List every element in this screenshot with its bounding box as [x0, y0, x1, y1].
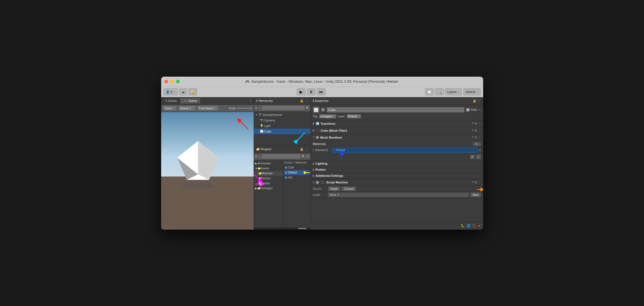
graph-button[interactable]: Graph — [328, 186, 341, 191]
object-active-checkbox[interactable]: ✓ — [321, 108, 325, 111]
tree-item-scripts[interactable]: 📄 Scripts — [254, 181, 283, 186]
meshrenderer-arrow-icon: ▼ — [313, 136, 315, 139]
hierarchy-search-input[interactable] — [262, 105, 305, 110]
tab-game[interactable]: 🎮 Game — [180, 98, 200, 103]
hierarchy-lock-icon[interactable]: 🔒 — [300, 99, 304, 103]
maximize-button[interactable] — [176, 80, 180, 83]
network-icon[interactable]: 🌐 — [467, 224, 471, 228]
transform-settings-icon[interactable]: ⚙ — [475, 122, 477, 125]
meshfilter-settings-icon[interactable]: ⚙ — [475, 129, 477, 132]
project-scrollbar[interactable] — [254, 227, 310, 230]
sm-more-icon[interactable]: ⋮ — [478, 181, 481, 184]
step-button[interactable]: ⏭ — [317, 88, 326, 95]
tree-item-assets[interactable]: ▼ 📁 Assets — [254, 166, 283, 171]
layers-dropdown[interactable]: Layers ▼ — [445, 88, 462, 95]
meshfilter-help-icon[interactable]: ? — [472, 129, 473, 132]
project-tag-icon[interactable]: 🏷 — [310, 155, 310, 158]
inspector-lock-icon[interactable]: 🔒 — [473, 99, 476, 103]
hierarchy-scene-root[interactable]: ▼ 🎬 SampleScene* ⋮ — [254, 112, 310, 118]
graph-none-value[interactable]: None ⊙ — [328, 192, 469, 197]
project-add-icon[interactable]: + — [255, 154, 257, 159]
project-eye-icon[interactable]: 👁 — [306, 155, 309, 158]
default-dropdown[interactable]: Default ▼ — [463, 88, 481, 95]
display-dropdown[interactable]: Display 1 ▼ — [178, 105, 196, 111]
scene-more-icon[interactable]: ⋮ — [306, 113, 309, 116]
project-lock-icon[interactable]: 🔒 — [300, 147, 304, 151]
meshrenderer-header[interactable]: ▼ ✓ Mesh Renderer ? ⚙ ⋮ — [311, 134, 483, 141]
pause-button[interactable]: ⏸ — [307, 88, 316, 95]
sm-name: Script Machine — [326, 181, 471, 184]
close-button[interactable] — [164, 80, 168, 83]
materials-section-label: Materials — [313, 142, 473, 146]
mat-target-icon[interactable]: ⊙ — [479, 149, 481, 152]
check-circle-icon[interactable]: ✔ — [478, 224, 481, 228]
meshrenderer-settings-icon[interactable]: ⚙ — [475, 136, 477, 139]
project-search-input[interactable] — [262, 154, 301, 159]
transform-header[interactable]: ▶ 🔄 Transform ? ⚙ ⋮ — [311, 120, 483, 127]
probes-row[interactable]: ▶ Probes — [311, 167, 483, 173]
transform-more-icon[interactable]: ⋮ — [478, 122, 481, 125]
materials-count-input[interactable] — [473, 142, 481, 146]
panel-more-icon[interactable]: ⋮ — [249, 98, 253, 103]
inspector-more-icon[interactable]: ⋮ — [478, 99, 481, 103]
static-checkbox[interactable] — [466, 108, 470, 111]
history-button[interactable]: 🕐 — [425, 88, 434, 95]
scene-icon: 🎬 — [258, 113, 262, 116]
hierarchy-content: ▼ 🎬 SampleScene* ⋮ 📷 Camera 💡 — [254, 111, 310, 145]
asset-item-cold[interactable]: Cold — [284, 165, 309, 170]
sm-help-icon[interactable]: ? — [472, 181, 473, 184]
hierarchy-item-camera[interactable]: 📷 Camera — [254, 118, 310, 123]
tree-item-packages[interactable]: ▶ 📁 Packages — [254, 186, 283, 191]
hierarchy-search-icon[interactable]: 🔍 — [306, 107, 309, 110]
bug-icon[interactable]: 🐛 — [461, 224, 465, 228]
project-more-icon[interactable]: ⋮ — [305, 147, 308, 151]
title-text: 🎮 SampleScene - Gaze - Windows, Mac, Lin… — [245, 79, 399, 84]
hierarchy-panel: # Hierarchy 🔒 ⋮ + ▼ 🔍 ▼ 🎬 — [254, 97, 310, 146]
project-search-icon[interactable]: 🔍 — [302, 155, 305, 158]
project-add-chevron-icon: ▼ — [258, 155, 261, 158]
eye-off-icon[interactable]: 🚫 — [472, 224, 476, 228]
lighting-row[interactable]: ▶ Lighting — [311, 161, 483, 167]
scrollbar-thumb[interactable] — [298, 228, 306, 229]
layer-dropdown[interactable]: Default ▼ — [347, 114, 361, 118]
tree-item-scenes[interactable]: 📁 Scenes — [254, 176, 283, 181]
additional-settings-row[interactable]: ▶ Additional Settings — [311, 173, 483, 179]
mat-add-button[interactable]: + — [470, 154, 475, 159]
mat-remove-button[interactable]: − — [476, 154, 481, 159]
hierarchy-add-icon[interactable]: + — [255, 106, 257, 110]
asset-item-hot[interactable]: Hot — [284, 175, 309, 180]
minimize-button[interactable] — [170, 80, 174, 83]
object-name-input[interactable] — [326, 107, 465, 113]
cloud-button[interactable]: ☁ — [179, 88, 187, 95]
play-button[interactable]: ▶ — [297, 88, 306, 95]
collab-button[interactable]: 🔔 — [188, 88, 197, 95]
meshfilter-header[interactable]: ▶ ⬛ Cube (Mesh Filter) ? ⚙ ⋮ — [311, 127, 483, 134]
meshfilter-more-icon[interactable]: ⋮ — [478, 129, 481, 132]
sm-checkbox[interactable]: ✓ — [316, 181, 319, 184]
convert-button[interactable]: Convert — [341, 186, 356, 191]
aspect-dropdown[interactable]: Free Aspect ▼ — [197, 105, 218, 111]
scale-slider[interactable] — [237, 108, 248, 109]
tab-scene[interactable]: # Scene — [162, 98, 180, 103]
element0-material-label: Default — [336, 149, 345, 152]
script-machine-header[interactable]: ▼ ✓ ⬡ Script Machine ? ⚙ ⋮ — [311, 179, 483, 186]
search-button[interactable]: 🔍 — [435, 88, 444, 95]
meshrenderer-help-icon[interactable]: ? — [472, 136, 473, 139]
game-mode-dropdown[interactable]: Game ▼ — [163, 105, 177, 111]
asset-item-default[interactable]: Default — [284, 170, 309, 175]
tree-item-favorites[interactable]: ▶ ★ Favorites — [254, 161, 283, 166]
graph-target-icon[interactable]: ⊙ — [337, 193, 339, 196]
sm-settings-icon[interactable]: ⚙ — [475, 181, 477, 184]
account-button[interactable]: 👤 D ▼ — [163, 88, 178, 95]
hierarchy-more-icon[interactable]: ⋮ — [305, 99, 308, 103]
new-button[interactable]: New — [470, 192, 481, 197]
tree-item-materials[interactable]: 📁 Materials — [254, 171, 283, 176]
project-assets: Assets > Materials Cold Default — [283, 160, 310, 227]
scenes-folder-icon: 📁 — [258, 177, 262, 180]
meshrenderer-more-icon[interactable]: ⋮ — [478, 136, 481, 139]
playmode-controls: ▶ ⏸ ⏭ — [198, 88, 424, 95]
transform-help-icon[interactable]: ? — [472, 122, 473, 125]
hierarchy-item-light[interactable]: 💡 Light — [254, 123, 310, 129]
meshrenderer-checkbox[interactable]: ✓ — [316, 136, 319, 139]
tag-dropdown[interactable]: Untagged ▼ — [319, 114, 336, 118]
